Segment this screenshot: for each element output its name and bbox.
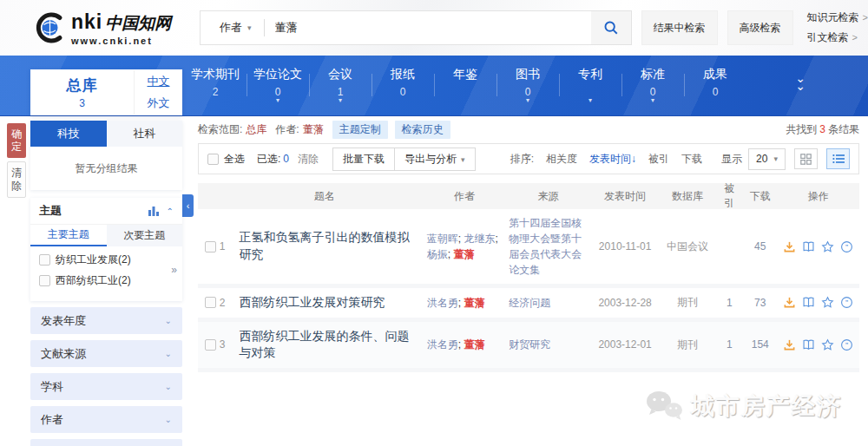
sort-option-1[interactable]: 发表时间↓: [589, 152, 636, 167]
result-title-link[interactable]: 西部纺织工业发展对策研究: [240, 295, 385, 309]
select-all-checkbox[interactable]: [207, 154, 219, 165]
citation-search-link[interactable]: 引文检索>: [807, 30, 868, 45]
search-field-select[interactable]: 作者 ▾: [201, 20, 264, 36]
tab-secondary-topic[interactable]: 次要主题: [107, 225, 183, 246]
favorite-icon[interactable]: [821, 240, 834, 253]
knowledge-element-search-link[interactable]: 知识元检索>: [807, 10, 868, 25]
favorite-icon[interactable]: [821, 296, 834, 309]
tab-science[interactable]: 科技: [30, 121, 107, 147]
read-icon[interactable]: [802, 240, 815, 253]
nav-tab-count: 0: [372, 86, 434, 98]
read-icon[interactable]: [802, 296, 815, 309]
sort-option-0[interactable]: 相关度: [546, 152, 577, 167]
nav-tab-label: 成果: [684, 67, 746, 82]
filter-panel-3[interactable]: 作者⌄: [30, 406, 182, 433]
quote-icon[interactable]: ”: [840, 240, 853, 253]
topic-panel-title: 主题: [39, 203, 148, 219]
page-size-select[interactable]: 20▾: [748, 148, 786, 170]
filter-panel-0[interactable]: 发表年度⌄: [30, 307, 182, 334]
scope-value[interactable]: 总库: [246, 122, 266, 137]
row-index: 3: [220, 338, 226, 351]
bar-chart-icon[interactable]: [148, 206, 160, 216]
author-link[interactable]: 龙继东: [464, 233, 496, 245]
source-link[interactable]: 财贸研究: [509, 337, 587, 352]
batch-download-button[interactable]: 批量下载: [332, 148, 395, 171]
download-icon[interactable]: [783, 240, 796, 253]
nav-tab-3[interactable]: 报纸0: [372, 56, 434, 116]
advanced-search-button[interactable]: 高级检索: [727, 10, 793, 45]
result-title-link[interactable]: 正氢和负氢离子引出的数值模拟研究: [240, 230, 410, 261]
nav-tab-8[interactable]: 成果0: [684, 56, 746, 116]
nav-tab-7[interactable]: 标准0▾: [621, 56, 684, 116]
sidebar-collapse-button[interactable]: ‹: [182, 194, 194, 217]
nav-tab-4[interactable]: 年鉴: [434, 56, 496, 116]
list-view-button[interactable]: [826, 148, 850, 169]
author-link[interactable]: 杨振: [427, 248, 448, 260]
read-icon[interactable]: [802, 338, 815, 351]
tab-social[interactable]: 社科: [107, 121, 183, 147]
author-link[interactable]: 董藩: [454, 248, 475, 260]
topic-item-label[interactable]: 纺织工业发展(2): [56, 253, 131, 267]
results-main: 检索范围: 总库 作者: 董藩 主题定制 检索历史 共找到3条结果 全选 已选:…: [198, 120, 859, 372]
cnki-logo[interactable]: nki 中国知网 www.cnki.net: [31, 10, 191, 46]
grid-view-button[interactable]: [794, 148, 818, 169]
topic-checkbox[interactable]: [39, 254, 50, 266]
row-checkbox[interactable]: [205, 241, 216, 253]
nav-tab-6[interactable]: 专利▾: [559, 56, 621, 116]
grid-icon: [800, 154, 812, 165]
author-link[interactable]: 董藩: [464, 297, 485, 309]
sort-option-3[interactable]: 下载: [681, 152, 702, 167]
author-link[interactable]: 蓝朝晖: [427, 233, 458, 245]
lang-chinese-link[interactable]: 中文: [148, 74, 170, 89]
favorite-icon[interactable]: [821, 338, 834, 351]
language-switch: 中文 外文: [134, 70, 182, 115]
quote-icon[interactable]: ”: [840, 296, 853, 309]
filter-panel-2[interactable]: 学科⌄: [30, 373, 182, 400]
source-link[interactable]: 经济问题: [509, 295, 587, 311]
row-index: 2: [220, 297, 226, 309]
tab-primary-topic[interactable]: 主要主题: [30, 225, 107, 246]
database-total[interactable]: 总库 3: [30, 75, 134, 109]
group-clear-button[interactable]: 清除: [7, 161, 26, 198]
row-checkbox[interactable]: [205, 297, 216, 308]
nav-tab-5[interactable]: 图书0▾: [496, 56, 559, 116]
topic-tabs: 主要主题 次要主题: [30, 224, 182, 246]
group-confirm-button[interactable]: 确定: [7, 123, 26, 158]
source-cell: 财贸研究: [505, 337, 590, 352]
nav-tab-1[interactable]: 学位论文0▾: [247, 56, 309, 116]
nav-tab-label: 会议: [309, 67, 372, 82]
topic-more-icon[interactable]: »: [171, 264, 177, 276]
author-link[interactable]: 洪名勇: [427, 338, 458, 351]
search-button[interactable]: [591, 11, 631, 44]
clear-selection-button[interactable]: 清除: [298, 152, 319, 167]
svg-text:”: ”: [845, 243, 848, 252]
search-in-results-button[interactable]: 结果中检索: [641, 10, 718, 45]
sort-option-2[interactable]: 被引: [648, 152, 669, 167]
select-all-label[interactable]: 全选: [224, 152, 245, 167]
author-link[interactable]: 洪名勇: [427, 297, 458, 309]
download-icon[interactable]: [783, 338, 796, 351]
topic-item-label[interactable]: 西部纺织工业(2): [56, 273, 131, 288]
database-count: 3: [30, 97, 134, 109]
download-icon[interactable]: [783, 296, 796, 309]
nav-tab-2[interactable]: 会议1▾: [309, 56, 372, 116]
download-count: 73: [743, 297, 777, 309]
filter-panel-1[interactable]: 文献来源⌄: [30, 340, 182, 367]
topic-customize-chip[interactable]: 主题定制: [332, 121, 388, 139]
author-link[interactable]: 董藩: [464, 338, 485, 351]
topic-checkbox[interactable]: [39, 275, 50, 286]
result-title-link[interactable]: 西部纺织工业发展的条件、问题与对策: [240, 329, 410, 360]
export-analyze-button[interactable]: 导出与分析▾: [394, 148, 476, 171]
search-history-chip[interactable]: 检索历史: [395, 121, 450, 139]
caret-down-icon: ▾: [773, 154, 778, 163]
nav-tab-0[interactable]: 学术期刊2: [184, 56, 247, 116]
source-link[interactable]: 第十四届全国核物理大会暨第十届会员代表大会论文集: [509, 215, 587, 278]
lang-foreign-link[interactable]: 外文: [148, 95, 170, 111]
chevron-up-icon[interactable]: ⌃: [167, 207, 174, 216]
chevron-double-down-icon[interactable]: ⌄⌄: [795, 75, 806, 90]
operations-cell: ”: [778, 240, 859, 253]
row-checkbox[interactable]: [205, 339, 216, 351]
filter-panel-4[interactable]: 机构⌄: [30, 439, 182, 446]
quote-icon[interactable]: ”: [840, 338, 853, 351]
search-input[interactable]: [265, 22, 591, 35]
